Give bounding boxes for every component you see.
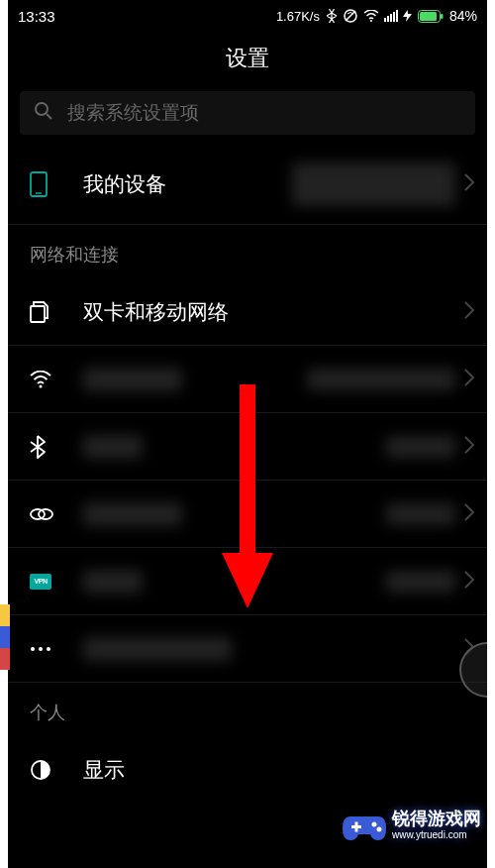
- battery-icon: [418, 10, 444, 23]
- redacted-label: [83, 502, 182, 526]
- redacted-label: [83, 637, 232, 661]
- search-input[interactable]: [67, 102, 461, 124]
- item-wifi[interactable]: [8, 346, 487, 413]
- chevron-right-icon: [463, 300, 475, 324]
- svg-point-21: [47, 647, 50, 651]
- redacted-value: [386, 503, 455, 525]
- vpn-icon: VPN: [30, 574, 65, 590]
- item-sim-network[interactable]: 双卡和移动网络: [8, 278, 487, 346]
- dots-icon: [30, 646, 65, 652]
- page-title: 设置: [8, 28, 487, 91]
- status-icons: [326, 8, 412, 24]
- chevron-right-icon: [463, 570, 475, 594]
- svg-rect-10: [441, 14, 444, 19]
- search-bar[interactable]: [20, 91, 475, 135]
- chevron-right-icon: [463, 368, 475, 391]
- decorative-stripes: [0, 604, 10, 670]
- bluetooth-icon: [30, 435, 65, 459]
- redacted-value: [386, 571, 455, 593]
- item-label: 双卡和移动网络: [83, 298, 229, 326]
- svg-point-18: [39, 509, 52, 519]
- svg-rect-15: [31, 306, 45, 322]
- section-personal-header: 个人: [8, 683, 487, 736]
- svg-point-16: [40, 384, 43, 387]
- item-more[interactable]: [8, 615, 487, 683]
- redacted-label: [83, 435, 143, 459]
- svg-rect-3: [384, 18, 386, 22]
- item-hotspot[interactable]: [8, 481, 487, 548]
- chevron-right-icon: [463, 172, 475, 196]
- svg-rect-6: [393, 12, 395, 22]
- redacted-label: [83, 368, 182, 391]
- brightness-icon: [30, 759, 65, 781]
- redacted-label: [83, 570, 143, 594]
- search-icon: [34, 101, 53, 125]
- chevron-right-icon: [463, 502, 475, 526]
- svg-rect-7: [396, 10, 398, 22]
- link-icon: [30, 506, 65, 522]
- item-vpn[interactable]: VPN: [8, 548, 487, 615]
- item-bluetooth[interactable]: [8, 413, 487, 481]
- svg-point-2: [370, 20, 372, 22]
- svg-rect-5: [390, 14, 392, 22]
- sim-icon: [30, 300, 65, 324]
- network-speed: 1.67K/s: [276, 9, 320, 24]
- redacted-value: [292, 163, 455, 206]
- phone-icon: [30, 171, 65, 197]
- item-display[interactable]: 显示: [8, 736, 487, 804]
- item-my-device[interactable]: 我的设备: [8, 145, 487, 225]
- svg-point-11: [36, 103, 48, 115]
- section-network-header: 网络和连接: [8, 225, 487, 278]
- svg-rect-9: [420, 12, 437, 21]
- redacted-value: [307, 369, 455, 390]
- wifi-icon: [30, 371, 65, 388]
- status-bar: 13:33 1.67K/s 84%: [8, 0, 487, 28]
- item-label: 显示: [83, 756, 125, 784]
- svg-line-12: [47, 114, 51, 119]
- svg-point-20: [39, 647, 43, 651]
- battery-pct: 84%: [449, 8, 477, 24]
- svg-point-19: [31, 647, 35, 651]
- redacted-value: [386, 436, 455, 458]
- svg-point-17: [31, 509, 45, 519]
- svg-rect-4: [387, 16, 389, 22]
- status-time: 13:33: [18, 8, 55, 25]
- item-label: 我的设备: [83, 170, 166, 198]
- chevron-right-icon: [463, 435, 475, 459]
